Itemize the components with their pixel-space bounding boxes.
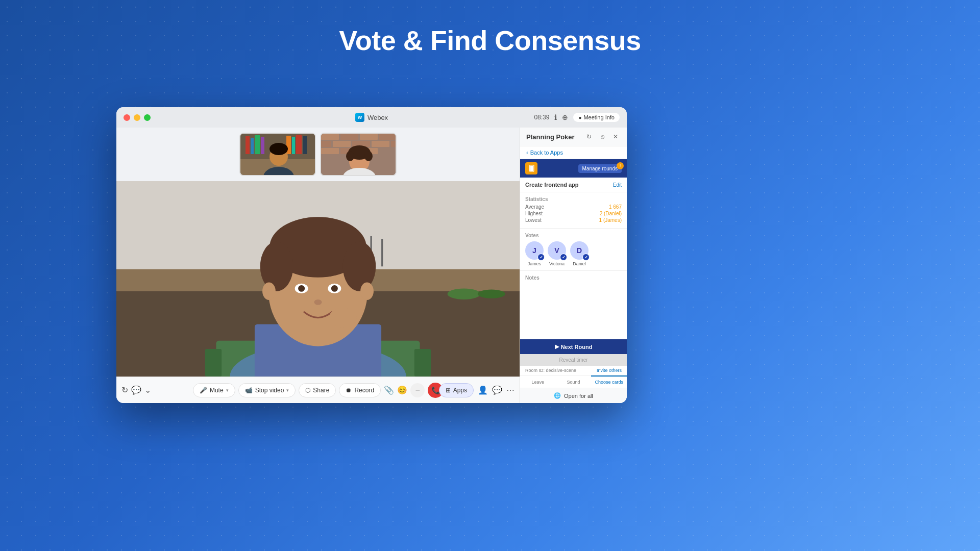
close-panel-icon[interactable]: ✕	[610, 132, 621, 142]
minimize-button[interactable]	[134, 114, 140, 121]
svg-rect-16	[360, 134, 378, 140]
maximize-button[interactable]	[144, 114, 151, 121]
voter-avatar-victoria: V ✓	[548, 241, 566, 260]
meeting-info-badge[interactable]: ● Meeting Info	[573, 113, 620, 122]
webex-logo-icon: W	[355, 113, 364, 122]
back-to-apps-link[interactable]: ‹ Back to Apps	[520, 146, 627, 159]
voter-name-daniel: Daniel	[573, 261, 586, 266]
settings-icon[interactable]: ⊕	[562, 113, 568, 121]
footer-tabs: Leave Sound Choose cards	[520, 375, 627, 388]
voter-check-james: ✓	[537, 254, 545, 261]
mute-button[interactable]: 🎤 Mute ▾	[193, 383, 235, 397]
average-label: Average	[525, 204, 544, 210]
votes-section: Votes J ✓ James V ✓	[520, 229, 627, 271]
popout-icon[interactable]: ⎋	[597, 132, 607, 142]
svg-rect-9	[303, 136, 307, 154]
svg-point-40	[478, 290, 505, 298]
sync-icon-area[interactable]: ↻	[121, 385, 128, 395]
choose-cards-tab[interactable]: Choose cards	[591, 375, 627, 388]
svg-rect-3	[251, 138, 254, 154]
video-column: ↻ 💬 ⌄ 🎤 Mute ▾	[116, 128, 520, 403]
votes-title: Votes	[525, 233, 622, 238]
task-name: Create frontend app	[525, 182, 579, 188]
toolbar-right: ⊞ Apps 👤 💬 ⋯	[439, 383, 514, 397]
messages-icon[interactable]: 💬	[492, 383, 502, 397]
planning-poker-logo: 🂠	[525, 162, 537, 174]
room-id: Room ID: decisive-scene	[525, 368, 576, 373]
attachment-icon[interactable]: 📎	[384, 385, 394, 395]
svg-point-54	[331, 285, 338, 292]
record-button[interactable]: ⏺ Record	[339, 383, 381, 397]
more-icon-area[interactable]: ⌄	[144, 385, 151, 395]
sound-tab[interactable]: Sound	[556, 375, 592, 388]
apps-button[interactable]: ⊞ Apps	[439, 383, 474, 397]
participants-icon[interactable]: 👤	[478, 383, 488, 397]
toolbar-container: ↻ 💬 ⌄ 🎤 Mute ▾	[116, 377, 520, 404]
voter-avatar-james: J ✓	[525, 241, 544, 260]
chat-icon[interactable]: 💬	[131, 385, 141, 395]
back-arrow-icon: ‹	[526, 149, 528, 156]
reveal-timer-button[interactable]: Reveal timer	[520, 354, 627, 366]
svg-rect-38	[381, 239, 383, 266]
svg-point-29	[346, 151, 354, 161]
invite-others-link[interactable]: Invite others	[597, 368, 622, 373]
manage-rounds-button[interactable]: Manage rounds	[578, 164, 622, 173]
svg-rect-42	[205, 349, 222, 377]
svg-point-56	[262, 283, 276, 300]
refresh-icon[interactable]: ↻	[584, 132, 594, 142]
share-button[interactable]: ⬡ Share	[299, 383, 336, 397]
chat-icon-area[interactable]: 💬	[131, 385, 141, 395]
toolbar-center: 🎤 Mute ▾ 📹 Stop video ▾ ⬡ Share	[193, 383, 443, 398]
lowest-label: Lowest	[525, 217, 542, 223]
window-main: ↻ 💬 ⌄ 🎤 Mute ▾	[116, 128, 627, 403]
panel-actions: ↻ ⎋ ✕	[584, 132, 621, 142]
app-content: 🂠 Manage rounds ! Create frontend app Ed…	[520, 159, 627, 339]
emoji-icon[interactable]: 😊	[397, 385, 407, 395]
average-stat-row: Average 1 667	[525, 204, 622, 210]
more-options-icon[interactable]: −	[410, 383, 425, 397]
svg-point-55	[314, 299, 322, 305]
app-header: 🂠 Manage rounds !	[520, 159, 627, 178]
microphone-icon: 🎤	[200, 387, 207, 394]
voter-james: J ✓ James	[525, 241, 544, 266]
svg-rect-5	[261, 137, 264, 154]
voter-victoria: V ✓ Victoria	[548, 241, 566, 266]
close-button[interactable]	[124, 114, 130, 121]
sync-icon[interactable]: ↻	[121, 385, 128, 395]
globe-icon: 🌐	[554, 392, 561, 399]
more-options-right-icon[interactable]: ⋯	[506, 383, 514, 397]
svg-rect-2	[246, 136, 250, 154]
leave-tab[interactable]: Leave	[520, 375, 556, 388]
next-round-button[interactable]: ▶ Next Round	[520, 339, 627, 354]
video-chevron-icon: ▾	[286, 388, 289, 393]
next-icon: ▶	[555, 343, 559, 350]
svg-rect-22	[391, 141, 397, 147]
svg-rect-21	[372, 141, 389, 147]
svg-point-53	[298, 285, 305, 292]
svg-rect-14	[321, 134, 339, 140]
lowest-stat-row: Lowest 1 (James)	[525, 217, 622, 223]
thumbnails-row	[116, 128, 520, 181]
share-icon: ⬡	[305, 387, 310, 394]
info-icon[interactable]: ℹ	[554, 113, 557, 121]
titlebar-right: 08:39 ℹ ⊕ ● Meeting Info	[534, 113, 620, 122]
open-for-all-button[interactable]: 🌐 Open for all	[520, 388, 627, 403]
svg-point-30	[364, 151, 373, 161]
notes-section: Notes	[520, 271, 627, 339]
chevron-down-icon[interactable]: ⌄	[144, 385, 151, 395]
svg-point-58	[329, 308, 357, 328]
voter-name-james: James	[528, 261, 542, 266]
svg-rect-23	[321, 148, 339, 154]
room-info: Room ID: decisive-scene Invite others	[520, 366, 627, 375]
edit-task-link[interactable]: Edit	[613, 182, 622, 188]
svg-rect-19	[333, 141, 351, 147]
titlebar: W Webex 08:39 ℹ ⊕ ● Meeting Info	[116, 107, 627, 128]
thumbnail-2	[320, 133, 397, 176]
svg-point-57	[360, 283, 374, 300]
traffic-lights	[124, 114, 151, 121]
stop-video-button[interactable]: 📹 Stop video ▾	[238, 383, 296, 397]
svg-point-12	[270, 143, 288, 155]
apps-icon: ⊞	[446, 387, 451, 394]
notification-badge: !	[617, 162, 624, 169]
voter-avatar-daniel: D ✓	[570, 241, 589, 260]
